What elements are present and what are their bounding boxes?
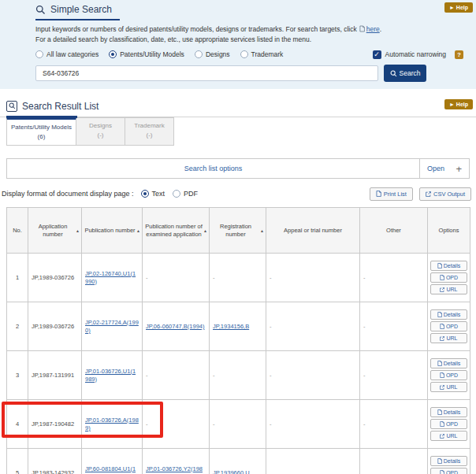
search-instructions: Input keywords or numbers of desired pat… (35, 24, 470, 45)
sort-icon[interactable]: ▲ (260, 227, 264, 235)
table-row: 5 JP,1983-142932 JP,60-081804,U1(1985) J… (7, 449, 470, 474)
radio-circle-icon-selected (109, 50, 117, 58)
cell-application-number: JP,1989-036726 (28, 302, 82, 351)
opd-button[interactable]: OPD (430, 370, 467, 380)
print-list-button[interactable]: Print List (370, 187, 413, 201)
sort-icon[interactable]: ▲ (136, 227, 140, 235)
url-button[interactable]: URL (430, 333, 467, 343)
print-icon (376, 191, 381, 197)
simple-search-title-text: Simple Search (50, 4, 112, 15)
cell-options: Details OPD URL (428, 449, 470, 474)
automatic-narrowing-group: Automatic narrowing ? (373, 50, 463, 59)
tab-designs[interactable]: Designs (-) (76, 117, 125, 146)
radio-patents-utility-models[interactable]: Patents/Utility Models (109, 50, 184, 58)
cell-application-number: JP,1983-142932 (28, 449, 82, 474)
sort-icon[interactable]: ▲ (203, 227, 207, 235)
document-icon (437, 263, 442, 268)
result-list-title: Search Result List (6, 101, 99, 112)
document-icon (437, 312, 442, 317)
search-button[interactable]: Search (384, 65, 426, 82)
radio-designs[interactable]: Designs (195, 50, 230, 58)
cell-no: 2 (7, 302, 28, 351)
table-header-row: No. Application number▲ Publication numb… (7, 208, 470, 254)
radio-format-text[interactable]: Text (141, 190, 165, 198)
document-icon (440, 324, 444, 329)
export-icon (426, 191, 431, 197)
details-button[interactable]: Details (430, 309, 467, 320)
tab-patents-utility-models[interactable]: Patents/Utility Models (6) (6, 117, 76, 146)
external-link-icon (440, 336, 444, 341)
cell-other: - (360, 351, 428, 400)
document-icon (437, 361, 442, 366)
publication-number-link[interactable]: JP,02-126740,U1(1990) (85, 270, 136, 285)
details-button[interactable]: Details (430, 456, 467, 466)
cell-other (360, 449, 428, 474)
header-application-number: Application number▲ (28, 208, 82, 254)
url-button[interactable]: URL (430, 431, 467, 441)
external-link-icon (440, 434, 444, 439)
display-format-label: Display format of document display page … (2, 190, 134, 198)
registration-number-link[interactable]: JP,1939660,U (213, 469, 250, 474)
search-result-icon (6, 101, 17, 112)
radio-format-pdf[interactable]: PDF (173, 190, 198, 198)
title-underline (6, 116, 77, 118)
header-registration-number: Registration number▲ (210, 208, 266, 254)
automatic-narrowing-checkbox[interactable] (373, 50, 381, 59)
opd-button[interactable]: OPD (430, 419, 467, 429)
result-list-help-button[interactable]: ► Help (444, 99, 473, 109)
details-button[interactable]: Details (430, 407, 467, 417)
radio-trademark[interactable]: Trademark (240, 50, 284, 58)
radio-all-law-categories[interactable]: All law categories (35, 50, 99, 58)
instruction-line-1: Input keywords or numbers of desired pat… (35, 24, 470, 35)
question-help-badge[interactable]: ? (455, 50, 463, 59)
details-button[interactable]: Details (430, 261, 467, 271)
table-row-highlighted: 4 JP,1987-190482 JP,01-036726,A(1989) - … (7, 400, 470, 449)
cell-appeal-or-trial-number: - (266, 254, 360, 302)
external-link-icon (440, 287, 444, 292)
publication-number-link[interactable]: JP,02-217724,A(1990) (85, 319, 139, 334)
cell-publication-number: JP,02-217724,A(1990) (82, 302, 143, 351)
options-bar-open-control[interactable]: Open + (419, 159, 469, 178)
result-table: No. Application number▲ Publication numb… (6, 207, 470, 474)
jplatpat-page: { "colors": { "panel_blue": "#e9f2f8", "… (0, 0, 476, 474)
table-row: 2 JP,1989-036726 JP,02-217724,A(1990) JP… (7, 302, 470, 351)
sort-icon[interactable]: ▲ (76, 227, 80, 235)
cell-publication-number-examined: - (143, 400, 210, 449)
examined-publication-link[interactable]: JP,06-060747,B(1994) (146, 323, 205, 330)
cell-registration-number: - (210, 254, 266, 302)
details-button[interactable]: Details (430, 358, 467, 368)
cell-options: Details OPD URL (428, 351, 470, 400)
result-list-title-text: Search Result List (22, 101, 99, 112)
header-appeal-or-trial-number: Appeal or trial number (266, 208, 360, 254)
registration-number-link[interactable]: JP,1934156,B (213, 323, 249, 330)
search-input[interactable] (35, 65, 378, 81)
url-button[interactable]: URL (430, 284, 467, 294)
document-icon (440, 470, 444, 474)
instruction-line-2: For a detailed search by classification,… (35, 35, 470, 45)
opd-button[interactable]: OPD (430, 468, 467, 474)
opd-button[interactable]: OPD (430, 272, 467, 283)
document-icon (440, 372, 444, 378)
simple-search-help-button[interactable]: ► Help (444, 2, 473, 13)
header-other: Other (360, 208, 428, 254)
search-list-options-label: Search list options (7, 159, 419, 178)
document-icon (440, 275, 444, 280)
search-list-options-bar[interactable]: Search list options Open + (6, 158, 470, 179)
publication-number-link[interactable]: JP,01-036726,U1(1989) (85, 368, 136, 383)
law-category-row: All law categories Patents/Utility Model… (35, 50, 470, 59)
result-list-header: Search Result List ► Help (0, 97, 476, 117)
here-link[interactable]: here (366, 25, 380, 33)
url-button[interactable]: URL (430, 382, 467, 392)
list-action-buttons: Print List CSV Output (370, 187, 471, 201)
tab-trademark[interactable]: Trademark (-) (125, 117, 174, 146)
examined-publication-link[interactable]: JP,01-036726,Y2(1989) (146, 465, 203, 474)
publication-number-link[interactable]: JP,60-081804,U1(1985) (85, 465, 136, 474)
cell-options: Details OPD URL (428, 254, 470, 302)
document-icon (437, 409, 442, 415)
opd-button[interactable]: OPD (430, 321, 467, 331)
publication-number-link[interactable]: JP,01-036726,A(1989) (85, 417, 139, 431)
csv-output-button[interactable]: CSV Output (419, 187, 471, 201)
cell-other: - (360, 400, 428, 449)
cell-publication-number: JP,01-036726,A(1989) (82, 400, 143, 449)
cell-publication-number: JP,02-126740,U1(1990) (82, 254, 143, 302)
